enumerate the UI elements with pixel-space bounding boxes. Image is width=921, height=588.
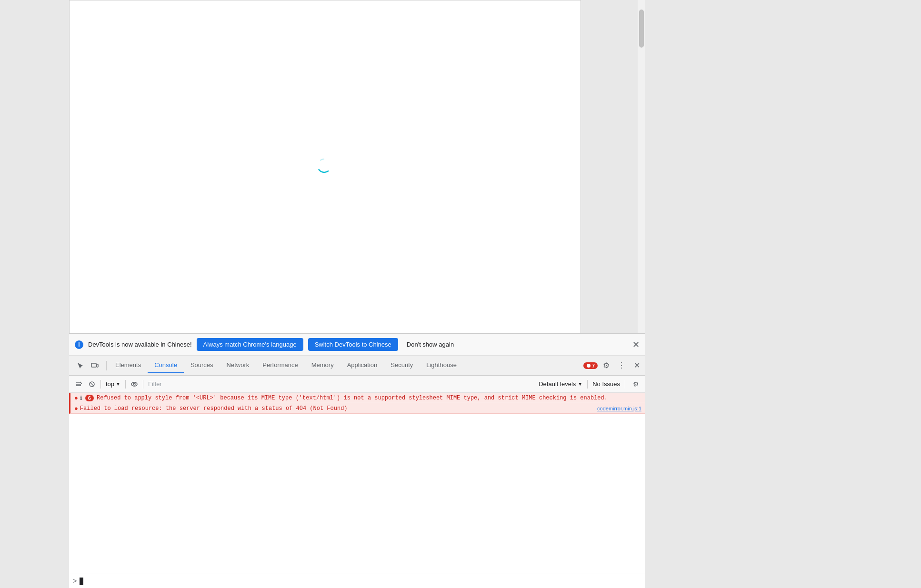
info-icon-1: ℹ	[80, 395, 82, 401]
tab-security[interactable]: Security	[384, 358, 420, 373]
tab-memory[interactable]: Memory	[305, 358, 340, 373]
always-match-language-button[interactable]: Always match Chrome's language	[197, 338, 303, 351]
error-line-1: ● ℹ 6 Refused to apply style from '<URL>…	[70, 393, 645, 403]
tab-performance[interactable]: Performance	[256, 358, 304, 373]
svg-rect-3	[97, 364, 98, 367]
error-count-1: 6	[85, 395, 94, 401]
toolbar-divider-3	[143, 380, 143, 389]
loading-spinner	[316, 157, 335, 176]
left-bg	[0, 0, 69, 588]
error-text-2: Failed to load resource: the server resp…	[80, 405, 593, 412]
tab-elements[interactable]: Elements	[109, 358, 148, 373]
svg-line-10	[90, 382, 94, 386]
inspect-element-icon[interactable]	[74, 359, 87, 372]
context-selector[interactable]: top ▼	[104, 379, 122, 389]
block-icon[interactable]	[86, 379, 98, 390]
tabs-right-section: 7 ⚙ ⋮ ✕	[582, 359, 643, 372]
tab-sources[interactable]: Sources	[184, 358, 220, 373]
toolbar-divider-2	[125, 380, 126, 389]
clear-console-button[interactable]	[73, 379, 84, 390]
browser-viewport	[69, 0, 581, 333]
tab-network[interactable]: Network	[220, 358, 256, 373]
default-levels-selector[interactable]: Default levels ▼	[539, 380, 582, 388]
tab-divider-1	[106, 361, 107, 370]
devtools-tab-icons	[71, 359, 104, 372]
default-levels-label: Default levels	[539, 380, 576, 388]
scrollbar-thumb	[639, 10, 644, 48]
no-issues-label: No Issues	[592, 380, 620, 388]
console-input-row: >	[69, 574, 645, 588]
error-source-2[interactable]: codemirror.min.js:1	[593, 406, 641, 411]
device-toggle-icon[interactable]	[88, 359, 101, 372]
devtools-panel: i DevTools is now available in Chinese! …	[69, 333, 645, 588]
tab-console[interactable]: Console	[148, 358, 184, 373]
error-icon-1: ●	[74, 394, 78, 401]
dont-show-again-button[interactable]: Don't show again	[403, 338, 458, 351]
console-toolbar: top ▼ Default levels ▼ No Issues ⚙	[69, 376, 645, 393]
error-icon-2: ●	[74, 405, 78, 412]
error-text-1: Refused to apply style from '<URL>' beca…	[97, 395, 641, 401]
context-label: top	[106, 380, 114, 388]
toolbar-right-divider	[587, 380, 588, 389]
default-levels-dropdown-icon: ▼	[578, 381, 582, 387]
toolbar-divider-1	[100, 380, 101, 389]
switch-devtools-chinese-button[interactable]: Switch DevTools to Chinese	[308, 338, 398, 351]
console-prompt: >	[73, 578, 77, 585]
devtools-more-button[interactable]: ⋮	[615, 359, 628, 372]
error-block-1: ● ℹ 6 Refused to apply style from '<URL>…	[69, 393, 645, 414]
tab-application[interactable]: Application	[340, 358, 384, 373]
console-settings-button[interactable]: ⚙	[630, 379, 641, 390]
devtools-tabs-bar: Elements Console Sources Network Perform…	[69, 356, 645, 376]
right-bg	[645, 0, 921, 588]
notification-close-button[interactable]: ✕	[632, 340, 640, 349]
language-notification-bar: i DevTools is now available in Chinese! …	[69, 334, 645, 356]
info-icon: i	[75, 340, 83, 349]
svg-point-1	[316, 157, 333, 174]
eye-icon-button[interactable]	[129, 379, 140, 390]
error-line-2: ● Failed to load resource: the server re…	[70, 403, 645, 413]
console-cursor	[80, 578, 83, 585]
notification-text: DevTools is now available in Chinese!	[88, 341, 192, 348]
devtools-settings-button[interactable]: ⚙	[600, 359, 613, 372]
console-messages-area: ● ℹ 6 Refused to apply style from '<URL>…	[69, 393, 645, 574]
console-filter-input[interactable]	[146, 379, 537, 389]
error-count-badge: 7	[583, 362, 598, 369]
svg-point-11	[131, 382, 137, 386]
devtools-close-button[interactable]: ✕	[630, 359, 643, 372]
context-dropdown-icon: ▼	[116, 381, 120, 387]
svg-point-4	[587, 364, 591, 368]
toolbar-right-divider-2	[625, 380, 625, 389]
svg-point-12	[133, 383, 135, 385]
svg-rect-2	[91, 363, 96, 367]
tab-lighthouse[interactable]: Lighthouse	[420, 358, 463, 373]
svg-point-0	[316, 157, 333, 174]
browser-scrollbar[interactable]	[638, 0, 645, 333]
